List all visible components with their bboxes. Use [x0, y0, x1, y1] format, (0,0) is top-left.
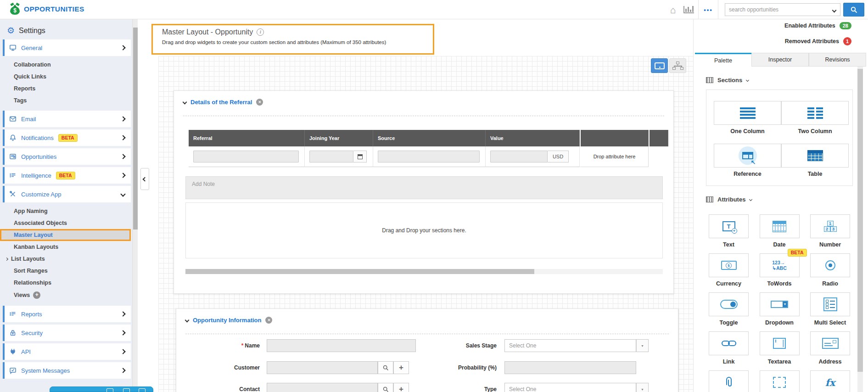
widget-currency[interactable]: $ Currency: [709, 253, 749, 287]
sidebar-item-email[interactable]: Email: [3, 111, 131, 127]
sidebar-item-reports-sub[interactable]: Reports: [0, 83, 132, 95]
sidebar-scrollbar-thumb[interactable]: [133, 28, 138, 230]
toast-button[interactable]: [123, 388, 130, 392]
tab-palette[interactable]: Palette: [695, 53, 751, 67]
widget-formula[interactable]: fx: [810, 370, 850, 392]
widget-two-column[interactable]: Two Column: [781, 101, 849, 134]
customer-add-button[interactable]: +: [393, 361, 409, 374]
sidebar-collapse-button[interactable]: [140, 168, 149, 190]
widget-multi-select[interactable]: Multi Select: [810, 292, 850, 326]
tab-revisions[interactable]: Revisions: [809, 53, 866, 67]
column-header-referral: Referral: [189, 130, 305, 146]
sidebar-item-intelligence[interactable]: Intelligence BETA: [3, 167, 131, 184]
name-input[interactable]: [267, 339, 416, 352]
widget-address[interactable]: Address: [810, 331, 850, 365]
report-lines-icon: [9, 310, 17, 318]
sidebar-item-quick-links[interactable]: Quick Links: [0, 71, 132, 83]
widget-date[interactable]: Date: [760, 214, 800, 248]
sections-dropzone[interactable]: Drag and Drop your sections here.: [185, 202, 663, 258]
chevron-right-icon: [120, 311, 125, 316]
date-picker-button[interactable]: [353, 151, 367, 162]
toast-button[interactable]: [106, 388, 113, 392]
remove-section-icon[interactable]: ✕: [265, 317, 272, 324]
contact-add-button[interactable]: +: [393, 383, 409, 392]
panel-scrollbar[interactable]: [857, 67, 863, 392]
collapse-section-icon[interactable]: [183, 100, 187, 105]
sidebar-item-notifications[interactable]: Notifications BETA: [3, 129, 131, 146]
widget-attachment[interactable]: [709, 370, 749, 392]
type-select[interactable]: Select One: [504, 383, 636, 392]
tab-inspector[interactable]: Inspector: [751, 53, 809, 67]
sidebar-scrollbar[interactable]: [132, 19, 138, 392]
sidebar-item-app-naming[interactable]: App Naming: [0, 205, 132, 217]
screen-icon: [9, 44, 17, 51]
widget-reference[interactable]: ↖ Reference: [714, 144, 781, 177]
search-scope-chevron-icon[interactable]: [832, 8, 837, 13]
sidebar-item-label: Reports: [21, 311, 42, 318]
sidebar-item-opportunities[interactable]: Opportunities: [3, 148, 131, 165]
referral-input[interactable]: [193, 151, 299, 162]
customer-search-button[interactable]: [378, 361, 393, 374]
sidebar-item-security[interactable]: Security: [3, 325, 131, 341]
widget-custom-box[interactable]: [760, 370, 800, 392]
widget-text[interactable]: T+ Text: [709, 214, 749, 248]
customer-input[interactable]: [267, 361, 378, 374]
more-apps-icon[interactable]: •••: [700, 0, 716, 19]
desktop-view-button[interactable]: [651, 58, 668, 73]
widget-number[interactable]: 1 23 Number: [810, 214, 850, 248]
contact-input[interactable]: [267, 383, 378, 392]
sidebar-item-associated-objects[interactable]: Associated Objects: [0, 217, 132, 229]
sidebar-item-relationships[interactable]: Relationships: [0, 277, 132, 289]
column-header-source: Source: [373, 130, 486, 146]
type-select-arrow[interactable]: ▼: [636, 383, 649, 392]
grid-icon: [706, 196, 713, 202]
search-input[interactable]: [725, 4, 831, 15]
drop-attribute-cell[interactable]: Drop attribute here: [580, 146, 649, 167]
sidebar-item-general[interactable]: General: [3, 39, 131, 56]
widget-toggle[interactable]: Toggle: [709, 292, 749, 326]
beta-badge: BETA: [788, 249, 807, 257]
app-brand[interactable]: $ OPPORTUNITIES: [10, 3, 84, 15]
notification-toast[interactable]: [50, 386, 153, 392]
widget-one-column[interactable]: One Column: [714, 101, 781, 134]
widget-dropdown[interactable]: ▼ Dropdown: [760, 292, 800, 326]
horizontal-scrollbar-thumb[interactable]: [185, 269, 534, 274]
search-button[interactable]: [843, 3, 864, 17]
sidebar-item-system-messages[interactable]: System Messages: [3, 362, 131, 379]
contact-search-button[interactable]: [378, 383, 393, 392]
panel-scrollbar-thumb[interactable]: [857, 69, 863, 372]
sidebar-item-master-layout[interactable]: Master Layout: [0, 229, 131, 241]
sidebar-item-list-layouts[interactable]: List Layouts: [0, 253, 132, 265]
toast-button[interactable]: [139, 388, 146, 392]
widget-towords[interactable]: BETA 123→ ↳ABC ToWords: [760, 253, 800, 287]
sales-stage-select-arrow[interactable]: ▼: [636, 339, 649, 352]
sales-stage-select[interactable]: Select One: [504, 339, 636, 352]
sidebar-item-reports[interactable]: Reports: [3, 306, 131, 322]
widget-table[interactable]: Table: [781, 144, 849, 177]
sidebar-item-collaboration[interactable]: Collaboration: [0, 59, 132, 71]
sidebar-item-sort-ranges[interactable]: Sort Ranges: [0, 265, 132, 277]
attributes-accordion-header[interactable]: Attributes: [706, 190, 853, 209]
widget-radio[interactable]: Radio: [810, 253, 850, 287]
widget-link[interactable]: Link: [709, 331, 749, 365]
sidebar-item-customize-app[interactable]: Customize App: [3, 186, 131, 202]
home-icon[interactable]: ⌂: [665, 0, 681, 19]
reports-chart-icon[interactable]: [681, 0, 696, 19]
add-view-icon[interactable]: +: [33, 291, 40, 299]
sidebar-item-tags[interactable]: Tags: [0, 95, 132, 106]
probability-input[interactable]: [504, 361, 636, 374]
remove-section-icon[interactable]: ✕: [256, 99, 263, 106]
value-input[interactable]: [490, 151, 548, 162]
sidebar-item-api[interactable]: API: [3, 343, 131, 360]
joining-year-input[interactable]: [309, 151, 353, 162]
info-icon[interactable]: i: [257, 28, 264, 36]
sidebar-item-kanban-layouts[interactable]: Kanban Layouts: [0, 241, 132, 253]
add-note-textarea[interactable]: Add Note: [185, 176, 663, 199]
sidebar-item-views[interactable]: Views +: [0, 289, 132, 302]
sections-accordion-header[interactable]: Sections: [706, 70, 853, 90]
collapse-section-icon[interactable]: [185, 318, 190, 323]
horizontal-scrollbar[interactable]: [185, 269, 663, 274]
source-input[interactable]: [378, 151, 480, 162]
tree-view-button[interactable]: [669, 58, 686, 73]
widget-textarea[interactable]: I Textarea: [760, 331, 800, 365]
